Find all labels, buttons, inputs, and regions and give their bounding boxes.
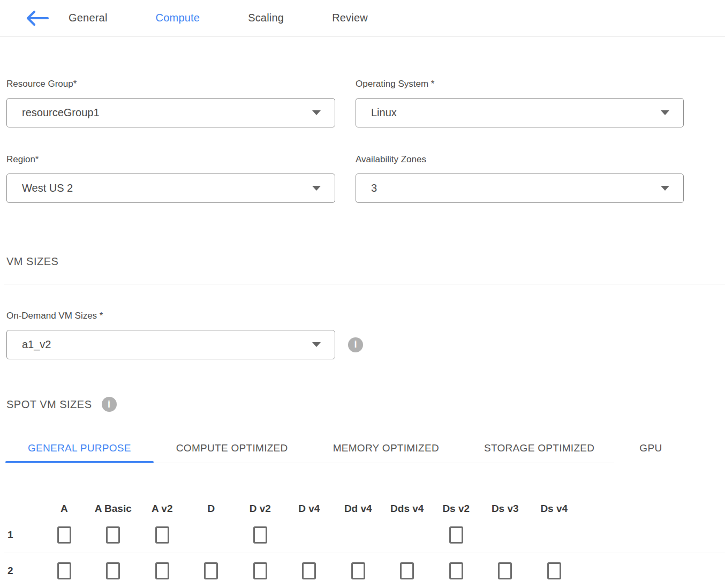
tab-gpu[interactable]: GPU xyxy=(617,433,684,463)
section-divider xyxy=(4,284,725,284)
back-button[interactable] xyxy=(24,8,51,28)
arrow-left-icon xyxy=(24,8,50,28)
column-header-dd-v4: Dd v4 xyxy=(334,503,383,515)
table-row-1: 1 xyxy=(4,517,725,553)
vm-sizes-section-title: VM SIZES xyxy=(6,255,725,268)
column-header-a: A xyxy=(40,503,89,515)
chevron-down-icon xyxy=(312,110,321,115)
table-header-row: AA BasicA v2DD v2D v4Dd v4Dds v4Ds v2Ds … xyxy=(4,503,725,515)
vm-size-checkbox-dds-v4-row2[interactable] xyxy=(400,562,414,579)
vm-size-checkbox-ds-v2-row2[interactable] xyxy=(449,562,463,579)
column-header-dds-v4: Dds v4 xyxy=(383,503,432,515)
tab-compute-optimized[interactable]: COMPUTE OPTIMIZED xyxy=(154,433,311,463)
column-header-ds-v3: Ds v3 xyxy=(481,503,530,515)
column-header-ds-v2: Ds v2 xyxy=(432,503,481,515)
operating-system-value: Linux xyxy=(371,107,397,119)
column-header-a-basic: A Basic xyxy=(89,503,138,515)
spot-vm-sizes-header: SPOT VM SIZES i xyxy=(6,397,725,412)
resource-group-select[interactable]: resourceGroup1 xyxy=(6,98,335,127)
vm-size-checkbox-ds-v2-row1[interactable] xyxy=(449,526,463,544)
on-demand-vm-sizes-select[interactable]: a1_v2 xyxy=(6,330,335,359)
table-cell xyxy=(40,526,89,544)
column-header-d-v4: D v4 xyxy=(285,503,334,515)
table-cell xyxy=(530,562,579,579)
vm-size-checkbox-ds-v3-row2[interactable] xyxy=(498,562,512,579)
on-demand-vm-sizes-value: a1_v2 xyxy=(22,338,51,351)
vm-size-checkbox-a-row1[interactable] xyxy=(57,526,71,544)
table-cell xyxy=(89,526,138,544)
compute-form: Resource Group* resourceGroup1 Operating… xyxy=(6,79,725,203)
tab-general-purpose[interactable]: GENERAL PURPOSE xyxy=(5,433,154,463)
chevron-down-icon xyxy=(312,186,321,191)
vm-size-checkbox-d-v2-row2[interactable] xyxy=(253,562,267,579)
tab-storage-optimized[interactable]: STORAGE OPTIMIZED xyxy=(462,433,617,463)
table-cell xyxy=(138,562,187,579)
column-header-d-v2: D v2 xyxy=(236,503,285,515)
vm-size-checkbox-d-v2-row1[interactable] xyxy=(253,526,267,544)
column-header-ds-v4: Ds v4 xyxy=(530,503,579,515)
table-cell xyxy=(432,562,481,579)
tab-memory-optimized[interactable]: MEMORY OPTIMIZED xyxy=(311,433,462,463)
vm-size-checkbox-a-v2-row1[interactable] xyxy=(155,526,169,544)
table-cell xyxy=(89,562,138,579)
row-label: 2 xyxy=(4,565,40,577)
region-value: West US 2 xyxy=(22,182,73,194)
tab-compute[interactable]: Compute xyxy=(156,12,200,24)
spot-vm-sizes-section-title: SPOT VM SIZES xyxy=(6,398,92,411)
availability-zones-label: Availability Zones xyxy=(356,154,684,165)
tab-general[interactable]: General xyxy=(69,12,108,24)
on-demand-vm-sizes-label: On-Demand VM Sizes * xyxy=(6,311,725,321)
table-cell xyxy=(236,562,285,579)
vm-size-checkbox-ds-v4-row2[interactable] xyxy=(547,562,561,579)
operating-system-label: Operating System * xyxy=(356,79,684,89)
column-header-a-v2: A v2 xyxy=(138,503,187,515)
spot-vm-size-tabs: GENERAL PURPOSE COMPUTE OPTIMIZED MEMORY… xyxy=(5,433,725,463)
info-icon[interactable]: i xyxy=(102,397,117,412)
table-cell xyxy=(432,526,481,544)
vm-size-checkbox-dd-v4-row2[interactable] xyxy=(351,562,365,579)
chevron-down-icon xyxy=(661,186,669,191)
field-availability-zones: Availability Zones 3 xyxy=(356,154,684,203)
table-row-2: 2 xyxy=(4,553,725,588)
vm-size-checkbox-a-basic-row2[interactable] xyxy=(106,562,120,579)
spot-vm-size-table: AA BasicA v2DD v2D v4Dd v4Dds v4Ds v2Ds … xyxy=(4,503,725,588)
vm-size-checkbox-d-row2[interactable] xyxy=(204,562,218,579)
info-icon[interactable]: i xyxy=(348,337,363,352)
availability-zones-select[interactable]: 3 xyxy=(356,174,684,203)
row-label: 1 xyxy=(4,529,40,541)
tab-review[interactable]: Review xyxy=(332,12,368,24)
table-cell xyxy=(40,562,89,579)
availability-zones-value: 3 xyxy=(371,182,377,194)
tab-scaling[interactable]: Scaling xyxy=(248,12,284,24)
table-cell xyxy=(334,562,383,579)
region-select[interactable]: West US 2 xyxy=(6,174,335,203)
field-resource-group: Resource Group* resourceGroup1 xyxy=(6,79,335,127)
chevron-down-icon xyxy=(312,342,321,347)
region-label: Region* xyxy=(6,154,335,165)
field-region: Region* West US 2 xyxy=(6,154,335,203)
wizard-header: General Compute Scaling Review xyxy=(0,0,725,36)
column-header-d: D xyxy=(187,503,236,515)
table-cell xyxy=(187,562,236,579)
table-cell xyxy=(236,526,285,544)
chevron-down-icon xyxy=(661,110,669,115)
table-cell xyxy=(285,562,334,579)
resource-group-label: Resource Group* xyxy=(6,79,335,89)
table-cell xyxy=(383,562,432,579)
table-cell xyxy=(481,562,530,579)
wizard-steps: General Compute Scaling Review xyxy=(69,12,416,24)
on-demand-vm-sizes-row: a1_v2 i xyxy=(6,330,725,359)
vm-size-checkbox-a-v2-row2[interactable] xyxy=(155,562,169,579)
field-operating-system: Operating System * Linux xyxy=(356,79,684,127)
vm-size-checkbox-a-basic-row1[interactable] xyxy=(106,526,120,544)
vm-size-checkbox-a-row2[interactable] xyxy=(57,562,71,579)
vm-size-checkbox-d-v4-row2[interactable] xyxy=(302,562,316,579)
operating-system-select[interactable]: Linux xyxy=(356,98,684,127)
resource-group-value: resourceGroup1 xyxy=(22,107,100,119)
table-cell xyxy=(138,526,187,544)
